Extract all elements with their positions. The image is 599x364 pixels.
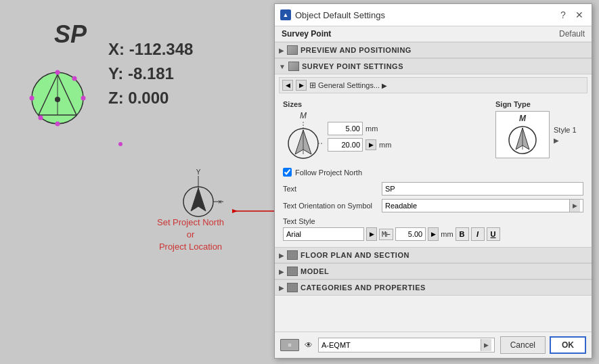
default-label: Default <box>559 29 585 39</box>
svg-point-9 <box>39 116 43 120</box>
layer-dropdown-arrow: ▶ <box>481 339 491 351</box>
svg-text:M: M <box>519 114 527 123</box>
svg-marker-18 <box>232 209 238 213</box>
text-orientation-label: Text Orientation on Symbol <box>283 202 378 210</box>
nav-forward-button[interactable]: ▶ <box>296 80 307 91</box>
z-coord: Z: 0.000 <box>108 86 193 110</box>
layer-icon: ≡ <box>280 339 299 351</box>
sign-type-label: Sign Type <box>495 100 583 108</box>
layer-section: ≡ 👁 A-EQMT ▶ <box>280 338 495 352</box>
text-style-section: Text Style ▶ M⊢ ▶ mm B I U <box>283 216 583 243</box>
section-preview-positioning[interactable]: ▶ PREVIEW AND POSITIONING <box>275 42 592 58</box>
svg-point-14 <box>197 200 200 204</box>
section-categories[interactable]: ▶ CATEGORIES AND PROPERTIES <box>275 279 592 296</box>
eye-toggle[interactable]: 👁 <box>302 339 315 351</box>
section-title-categories: CATEGORIES AND PROPERTIES <box>301 283 426 292</box>
section-arrow-floor: ▶ <box>279 252 284 259</box>
pink-dot <box>118 142 123 146</box>
size-step-button[interactable]: ▶ <box>365 139 376 150</box>
text-style-label: Text Style <box>283 217 583 225</box>
nav-icon: ⊞ <box>309 81 316 90</box>
svg-text:Y: Y <box>196 169 201 176</box>
section-icon-model <box>287 267 298 276</box>
dialog-title-buttons: ? ✕ <box>556 8 586 22</box>
size-input-1[interactable] <box>328 122 363 135</box>
nav-back-button[interactable]: ◀ <box>282 80 293 91</box>
sizes-label: Sizes <box>283 100 489 108</box>
bold-button[interactable]: B <box>456 227 469 241</box>
font-size-unit: mm <box>441 230 453 238</box>
sizes-content: M <box>283 111 489 161</box>
canvas-area: SP X: -112.348 Y: -8.181 Z: 0.000 <box>0 0 278 364</box>
section-arrow-preview: ▶ <box>279 47 284 54</box>
section-icon-floor <box>287 250 298 260</box>
style-label: Style 1 <box>554 126 577 134</box>
section-icon-survey <box>288 62 299 71</box>
font-size-step-button[interactable]: ▶ <box>428 227 439 241</box>
text-orientation-arrow: ▶ <box>569 200 580 212</box>
layer-dropdown[interactable]: A-EQMT ▶ <box>318 338 495 352</box>
sign-style-controls: Style 1 ▶ <box>554 126 577 144</box>
font-step-button[interactable]: ▶ <box>366 227 377 241</box>
close-button[interactable]: ✕ <box>573 8 586 22</box>
cancel-button[interactable]: Cancel <box>500 336 546 354</box>
font-size-input[interactable] <box>395 227 426 241</box>
sign-type-content: M Style 1 ▶ <box>495 111 583 158</box>
follow-project-north-label: Follow Project North <box>295 168 362 177</box>
y-coord: Y: -8.181 <box>108 62 193 86</box>
sizes-signtype-row: Sizes M <box>279 97 587 164</box>
font-input[interactable] <box>283 227 364 241</box>
footer-buttons: Cancel OK <box>500 336 586 354</box>
m-label-small: M <box>300 111 307 120</box>
section-arrow-survey: ▼ <box>279 63 286 70</box>
size-input-2[interactable] <box>328 138 363 152</box>
sizes-section: Sizes M <box>283 100 489 161</box>
section-icon-preview <box>287 45 298 55</box>
text-field-label: Text <box>283 185 378 193</box>
text-fields: Text Text Orientation on Symbol Readable… <box>279 181 587 244</box>
size-unit-2: mm <box>379 141 391 149</box>
text-orientation-row: Text Orientation on Symbol Readable ▶ <box>283 199 583 212</box>
section-title-preview: PREVIEW AND POSITIONING <box>301 46 412 54</box>
nav-chevron-right: ▶ <box>382 82 387 89</box>
dialog-content: ▶ PREVIEW AND POSITIONING ▼ SURVEY POINT… <box>275 42 592 332</box>
coordinates: X: -112.348 Y: -8.181 Z: 0.000 <box>108 37 193 110</box>
survey-symbol-top <box>24 61 91 131</box>
settings-area: ◀ ▶ ⊞ General Settings... ▶ Sizes M <box>275 74 592 247</box>
layer-value: A-EQMT <box>321 341 351 349</box>
size-input-row-1: mm <box>328 122 391 135</box>
text-orientation-value: Readable <box>385 202 417 210</box>
svg-point-6 <box>30 96 35 101</box>
help-button[interactable]: ? <box>556 8 570 22</box>
follow-project-north-checkbox[interactable] <box>283 168 292 177</box>
text-orientation-dropdown[interactable]: Readable ▶ <box>382 199 583 212</box>
section-floor-plan[interactable]: ▶ FLOOR PLAN AND SECTION <box>275 247 592 263</box>
section-title-survey: SURVEY POINT SETTINGS <box>302 62 403 70</box>
set-project-north-text: Set Project North or Project Location <box>157 217 224 254</box>
text-field-input[interactable] <box>382 182 583 196</box>
section-title-floor: FLOOR PLAN AND SECTION <box>301 251 409 259</box>
section-model[interactable]: ▶ MODEL <box>275 263 592 279</box>
symbol-preview-small: M <box>283 111 324 161</box>
section-icon-categories <box>287 283 298 292</box>
size-input-row-2: ▶ mm <box>328 138 391 152</box>
italic-button[interactable]: I <box>471 227 485 241</box>
underline-button[interactable]: U <box>487 227 500 241</box>
section-arrow-model: ▶ <box>279 268 284 275</box>
style-next-arrow[interactable]: ▶ <box>554 137 577 144</box>
survey-point-label: Survey Point <box>282 29 331 39</box>
x-coord: X: -112.348 <box>108 37 193 62</box>
arrow-connector <box>232 208 280 214</box>
ok-button[interactable]: OK <box>550 336 586 354</box>
size-unit-1: mm <box>365 124 378 133</box>
section-survey-settings[interactable]: ▼ SURVEY POINT SETTINGS <box>275 58 592 74</box>
section-title-model: MODEL <box>301 267 329 275</box>
section-arrow-categories: ▶ <box>279 284 284 292</box>
dialog-title: ▲ Object Default Settings <box>280 9 385 20</box>
dialog-title-text: Object Default Settings <box>295 10 385 20</box>
text-field-row: Text <box>283 182 583 196</box>
svg-point-5 <box>81 96 86 101</box>
dialog-titlebar: ▲ Object Default Settings ? ✕ <box>275 4 592 26</box>
text-style-row: ▶ M⊢ ▶ mm B I U <box>283 227 583 241</box>
dialog-subheader: Survey Point Default <box>275 26 592 42</box>
